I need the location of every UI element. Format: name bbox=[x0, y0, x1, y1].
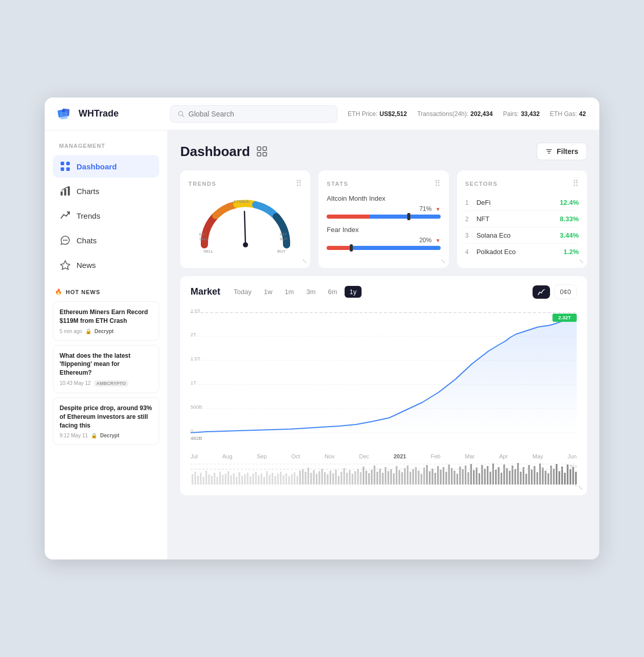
svg-rect-50 bbox=[192, 474, 193, 485]
svg-rect-155 bbox=[481, 465, 483, 485]
svg-rect-159 bbox=[493, 463, 494, 485]
trends-menu[interactable]: ⠿ bbox=[296, 179, 302, 188]
svg-rect-145 bbox=[453, 471, 455, 485]
line-chart-icon bbox=[538, 288, 545, 296]
sidebar-item-dashboard[interactable]: Dashboard bbox=[53, 155, 159, 178]
search-input[interactable] bbox=[188, 110, 330, 118]
svg-rect-7 bbox=[61, 167, 64, 171]
stats-widget-header: STATS ⠿ bbox=[327, 179, 440, 188]
market-chart-svg: 2.32T 2.5T 2T 1.5T 1T 500B 0 482B bbox=[191, 307, 577, 451]
news-source-0: Decrypt bbox=[94, 328, 113, 334]
svg-rect-147 bbox=[459, 467, 461, 485]
tab-1m[interactable]: 1m bbox=[279, 286, 299, 298]
altcoin-indicator: ▼ bbox=[435, 206, 441, 212]
chart-type-btn[interactable] bbox=[533, 285, 550, 299]
svg-rect-119 bbox=[382, 473, 384, 485]
svg-rect-120 bbox=[385, 467, 386, 485]
sector-pct-3: 1.2% bbox=[563, 248, 579, 256]
svg-rect-139 bbox=[437, 466, 439, 485]
svg-rect-59 bbox=[216, 477, 218, 485]
transactions-stat: Transactions(24h): 202,434 bbox=[417, 110, 493, 118]
svg-rect-74 bbox=[258, 475, 259, 485]
eth-price-stat: ETH Price: US$2,512 bbox=[348, 110, 407, 118]
fear-indicator: ▼ bbox=[435, 238, 441, 243]
svg-rect-107 bbox=[349, 470, 350, 485]
tab-6m[interactable]: 6m bbox=[323, 286, 342, 298]
fear-label: Fear Index bbox=[327, 226, 440, 234]
altcoin-group: Altcoin Month Index 71% ▼ bbox=[327, 195, 440, 219]
svg-rect-167 bbox=[515, 469, 516, 485]
filters-button[interactable]: Filters bbox=[537, 143, 587, 160]
svg-point-24 bbox=[243, 242, 248, 247]
sidebar-item-trends[interactable]: Trends bbox=[53, 204, 159, 227]
market-icons: 0¢0 bbox=[533, 284, 577, 299]
news-icon bbox=[60, 260, 70, 270]
gauge-svg: SELL STABLE BUY EXT SELL EXT BUY bbox=[199, 199, 292, 255]
sidebar-item-news[interactable]: News bbox=[53, 254, 159, 276]
svg-rect-132 bbox=[418, 471, 420, 485]
svg-rect-88 bbox=[296, 476, 298, 485]
news-card-0[interactable]: Ethereum Miners Earn Record $119M from E… bbox=[53, 301, 159, 341]
tab-3m[interactable]: 3m bbox=[301, 286, 320, 298]
svg-rect-102 bbox=[335, 470, 336, 485]
eth-gas-label: ETH Gas: bbox=[550, 110, 577, 118]
sector-num-0: 1 bbox=[465, 199, 472, 206]
svg-rect-169 bbox=[520, 472, 521, 485]
svg-rect-163 bbox=[503, 465, 505, 485]
news-meta-0: 5 min ago 🔒 Decrypt bbox=[60, 328, 153, 334]
svg-rect-96 bbox=[318, 471, 320, 485]
sidebar-item-label-chats: Chats bbox=[77, 236, 97, 245]
svg-rect-179 bbox=[547, 473, 549, 485]
eth-price-value: US$2,512 bbox=[380, 110, 407, 118]
svg-rect-123 bbox=[393, 473, 394, 485]
search-icon bbox=[178, 110, 184, 118]
svg-rect-9 bbox=[61, 191, 63, 196]
svg-rect-168 bbox=[517, 463, 519, 485]
sidebar-item-chats[interactable]: Chats bbox=[53, 229, 159, 252]
sector-name-2: Solana Eco bbox=[477, 231, 560, 239]
tab-1y[interactable]: 1y bbox=[345, 286, 362, 298]
svg-text:1T: 1T bbox=[191, 380, 197, 385]
transactions-value: 202,434 bbox=[470, 110, 493, 118]
svg-rect-177 bbox=[542, 468, 543, 485]
svg-line-4 bbox=[182, 115, 184, 117]
candlestick-btn[interactable]: 0¢0 bbox=[554, 284, 577, 299]
svg-rect-98 bbox=[324, 472, 326, 485]
tab-today[interactable]: Today bbox=[229, 286, 257, 298]
svg-rect-175 bbox=[537, 472, 538, 485]
sectors-menu[interactable]: ⠿ bbox=[573, 179, 579, 188]
svg-rect-136 bbox=[429, 471, 430, 485]
news-title-1: What does the the latest 'flippening' me… bbox=[60, 352, 153, 377]
svg-rect-111 bbox=[360, 472, 362, 485]
sectors-resize: ⤡ bbox=[579, 258, 584, 265]
svg-text:482B: 482B bbox=[191, 436, 202, 441]
svg-rect-53 bbox=[200, 473, 201, 485]
news-source-icon-0: 🔒 bbox=[85, 328, 91, 334]
fear-bar bbox=[327, 246, 440, 250]
svg-rect-164 bbox=[506, 468, 507, 485]
news-card-2[interactable]: Despite price drop, around 93% of Ethere… bbox=[53, 397, 159, 445]
stats-menu[interactable]: ⠿ bbox=[434, 179, 441, 188]
svg-rect-160 bbox=[495, 470, 497, 485]
svg-rect-65 bbox=[233, 473, 235, 485]
x-label-jun: Jun bbox=[567, 453, 577, 459]
svg-rect-94 bbox=[313, 470, 314, 485]
news-card-1[interactable]: What does the the latest 'flippening' me… bbox=[53, 345, 159, 393]
svg-rect-150 bbox=[467, 472, 469, 485]
sector-num-2: 3 bbox=[465, 232, 472, 239]
svg-rect-61 bbox=[222, 475, 223, 485]
volume-chart-svg: 513.2B 0 bbox=[191, 461, 577, 487]
svg-rect-158 bbox=[489, 472, 491, 485]
sidebar-item-label-trends: Trends bbox=[77, 211, 100, 220]
tab-1w[interactable]: 1w bbox=[259, 286, 278, 298]
svg-rect-68 bbox=[241, 476, 243, 485]
sidebar-item-charts[interactable]: Charts bbox=[53, 180, 159, 202]
search-bar[interactable] bbox=[170, 105, 337, 123]
eth-gas-stat: ETH Gas: 42 GW bbox=[550, 110, 587, 118]
svg-rect-71 bbox=[250, 476, 251, 485]
x-axis-labels: Jul Aug Sep Oct Nov Dec 2021 Feb Mar Apr… bbox=[191, 451, 577, 459]
svg-rect-161 bbox=[498, 467, 499, 485]
x-label-aug: Aug bbox=[222, 453, 233, 459]
market-card: Market Today 1w 1m 3m 6m 1y bbox=[180, 276, 587, 495]
x-label-may: May bbox=[533, 453, 543, 459]
